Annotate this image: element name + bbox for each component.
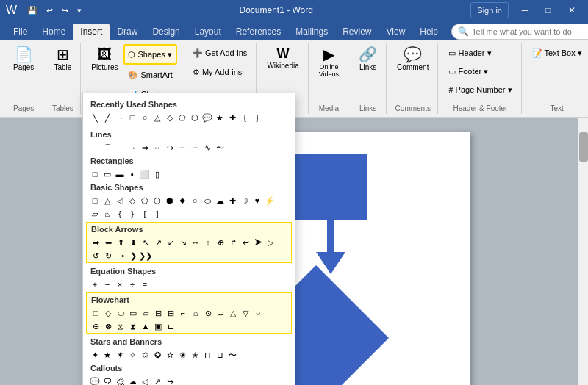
shape-diamond-s[interactable]: ◇: [164, 112, 176, 123]
ba-bent[interactable]: ↱: [227, 237, 239, 248]
wave-banner[interactable]: 〜: [226, 349, 238, 361]
ba-curved[interactable]: ↺: [90, 250, 101, 262]
eq-minus[interactable]: −: [101, 278, 113, 290]
close-btn[interactable]: ✕: [562, 0, 582, 21]
line-zigzag[interactable]: ∿: [201, 142, 213, 154]
ba-curved2[interactable]: ↻: [102, 250, 114, 262]
star4[interactable]: ✦: [89, 349, 101, 361]
comment-button[interactable]: 💬 Comment: [392, 44, 433, 74]
text-box-button[interactable]: 📝 Text Box ▾: [528, 44, 587, 62]
rect-double[interactable]: ⬜: [139, 168, 151, 180]
fc-display[interactable]: ⊏: [165, 320, 176, 332]
eq-plus[interactable]: +: [89, 278, 101, 290]
callout-rect[interactable]: 💬: [89, 375, 101, 385]
basic-rect[interactable]: □: [89, 195, 101, 206]
ba-upright[interactable]: ↗: [152, 237, 164, 248]
basic-cross[interactable]: ✚: [226, 195, 238, 206]
shape-circle[interactable]: ○: [139, 112, 151, 123]
callout-bent[interactable]: ↗: [151, 375, 163, 385]
basic-rtri[interactable]: ◁: [114, 195, 126, 206]
burst2[interactable]: ✭: [189, 349, 201, 361]
customize-quick-btn[interactable]: ▾: [74, 4, 85, 17]
callout-rounded[interactable]: 🗨: [101, 375, 113, 385]
ba-down[interactable]: ⬇: [127, 237, 139, 248]
tab-draw[interactable]: Draw: [110, 24, 145, 40]
ba-downright[interactable]: ↘: [177, 237, 189, 248]
ba-notch[interactable]: ⮞: [252, 237, 264, 248]
basic-moon[interactable]: ☽: [239, 195, 251, 206]
basic-lightning[interactable]: ⚡: [264, 195, 276, 206]
save-quick-btn[interactable]: 💾: [24, 4, 40, 17]
shape-line2[interactable]: ╱: [101, 112, 113, 123]
line-freeform[interactable]: 〜: [214, 142, 226, 154]
fc-decision[interactable]: ◇: [102, 307, 114, 319]
callout-line[interactable]: ◁: [139, 375, 151, 385]
ba-right[interactable]: ➡: [90, 237, 101, 248]
basic-penta[interactable]: ⬠: [139, 195, 151, 206]
shape-star[interactable]: ★: [214, 112, 226, 123]
fc-merge[interactable]: ▽: [240, 307, 251, 319]
fc-predefined[interactable]: ⊟: [152, 307, 164, 319]
line-double-arrow[interactable]: ↔: [151, 142, 163, 154]
basic-bracket-l[interactable]: [: [139, 208, 151, 220]
fc-punched[interactable]: ▣: [152, 320, 164, 332]
ba-up[interactable]: ⬆: [115, 237, 126, 248]
tell-me-input[interactable]: [472, 27, 588, 36]
tab-help[interactable]: Help: [412, 24, 445, 40]
basic-oct[interactable]: ⯁: [176, 195, 188, 206]
burst1[interactable]: ✬: [176, 349, 188, 361]
ba-upleft[interactable]: ↖: [140, 237, 151, 248]
fc-document[interactable]: ▭: [127, 307, 139, 319]
star10[interactable]: ✪: [151, 349, 163, 361]
shape-rect-s[interactable]: □: [126, 112, 138, 123]
tab-view[interactable]: View: [379, 24, 413, 40]
fc-sort[interactable]: ⧗: [127, 320, 139, 332]
fc-alt[interactable]: △: [227, 307, 239, 319]
shape-cross[interactable]: ✚: [226, 112, 238, 123]
pictures-button[interactable]: 🖼 Pictures: [87, 44, 122, 74]
basic-diamond[interactable]: ◇: [126, 195, 138, 206]
shape-arrow[interactable]: →: [114, 112, 126, 123]
ba-left[interactable]: ⬅: [102, 237, 114, 248]
star7[interactable]: ✧: [126, 349, 138, 361]
eq-div[interactable]: ÷: [126, 278, 138, 290]
line-straight[interactable]: ─: [89, 142, 101, 154]
callout-curved[interactable]: ↪: [164, 375, 176, 385]
shape-hexagon[interactable]: ⬡: [189, 112, 201, 123]
tab-references[interactable]: References: [229, 24, 288, 40]
header-button[interactable]: ▭ Header ▾: [444, 44, 516, 62]
ba-chevron2[interactable]: ❯❯: [140, 250, 151, 262]
ba-quad[interactable]: ⊕: [215, 237, 226, 248]
fc-term[interactable]: ⬭: [115, 307, 126, 319]
links-button[interactable]: 🔗 Links: [354, 44, 381, 74]
basic-brace-r[interactable]: }: [126, 208, 138, 220]
pages-button[interactable]: 📄 Pages: [9, 44, 38, 74]
fc-internal[interactable]: ⊞: [165, 307, 176, 319]
rect-snipped2[interactable]: ▪: [126, 168, 138, 180]
basic-hepta[interactable]: ⬢: [164, 195, 176, 206]
basic-oval[interactable]: ⬭: [201, 195, 213, 206]
fc-data[interactable]: ▱: [140, 307, 151, 319]
ba-uturn[interactable]: ↩: [240, 237, 251, 248]
shapes-dropdown-button[interactable]: ⬡ Shapes ▾: [123, 44, 176, 65]
basic-brace-l[interactable]: {: [114, 208, 126, 220]
fc-or[interactable]: ⊗: [102, 320, 114, 332]
shape-pentagon[interactable]: ⬠: [176, 112, 188, 123]
rect-basic[interactable]: □: [89, 168, 101, 180]
tab-layout[interactable]: Layout: [187, 24, 229, 40]
line-arrow2[interactable]: ⇒: [139, 142, 151, 154]
line-dotted[interactable]: ┄: [189, 142, 201, 154]
ba-ud[interactable]: ↕: [202, 237, 214, 248]
sign-in-button[interactable]: Sign in: [470, 2, 509, 18]
maximize-btn[interactable]: □: [538, 0, 559, 21]
basic-tri[interactable]: △: [101, 195, 113, 206]
scrollbar-thumb[interactable]: [579, 132, 588, 162]
minimize-btn[interactable]: ─: [514, 0, 535, 21]
fc-offpage[interactable]: ⌂: [190, 307, 201, 319]
basic-trap[interactable]: ⏢: [101, 208, 113, 220]
table-button[interactable]: ⊞ Table: [49, 44, 76, 74]
fc-manual[interactable]: ⌐: [177, 307, 189, 319]
star12[interactable]: ✫: [164, 349, 176, 361]
ba-downleft[interactable]: ↙: [165, 237, 176, 248]
fc-connector[interactable]: ○: [252, 307, 264, 319]
